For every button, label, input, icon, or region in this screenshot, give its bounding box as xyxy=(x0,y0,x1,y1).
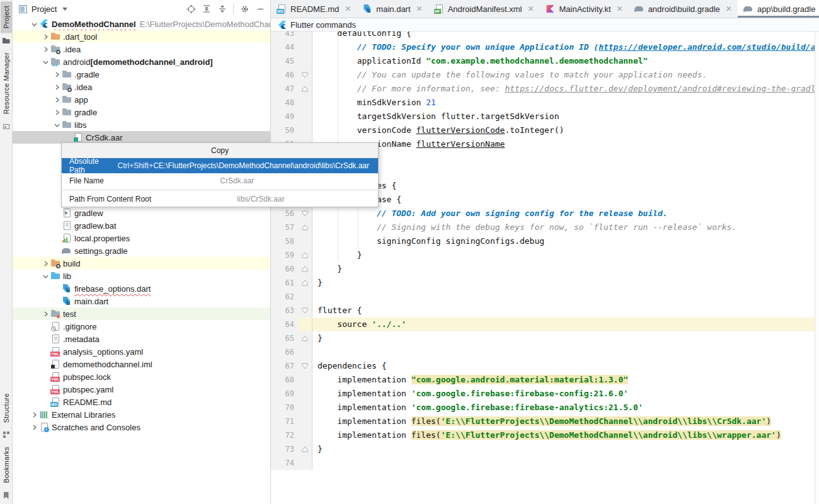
code-line-72[interactable]: 72 implementation files('E:\\FlutterProj… xyxy=(271,428,819,442)
expand-all-icon[interactable] xyxy=(202,4,212,14)
tab-mainactivity.kt[interactable]: MainActivity.kt✕ xyxy=(539,0,628,18)
code-line-45[interactable]: 45 applicationId "com.example.methodchan… xyxy=(271,54,819,68)
code-line-64[interactable]: 64 source '../..' xyxy=(271,318,819,331)
stripe-tab-project[interactable]: Project xyxy=(1,1,12,33)
chevron-collapsed-icon[interactable] xyxy=(52,84,62,90)
chevron-collapsed-icon[interactable] xyxy=(40,47,50,52)
tab-androidmanifest.xml[interactable]: MFAndroidManifest.xml✕ xyxy=(428,0,540,18)
tab-app-build.gradle[interactable]: app\build.gradle✕ xyxy=(738,0,819,18)
code-line-56[interactable]: 56 // TODO: Add your own signing config … xyxy=(271,207,819,220)
chevron-collapsed-icon[interactable] xyxy=(29,412,39,418)
tree-item-libs[interactable]: libs xyxy=(13,118,270,131)
tree-item-android[interactable]: android [demomethodchannel_android] xyxy=(13,55,270,68)
code-line-70[interactable]: 70 implementation 'com.google.firebase:f… xyxy=(271,401,819,415)
tree-item-settings.gradle[interactable]: settings.gradle xyxy=(13,244,270,257)
code-line-65[interactable]: 65} xyxy=(271,331,819,345)
tree-item-external-libraries[interactable]: External Libraries xyxy=(13,408,270,421)
code-line-49[interactable]: 49 targetSdkVersion flutter.targetSdkVer… xyxy=(271,110,819,123)
tree-item-lib[interactable]: lib xyxy=(13,270,270,282)
tree-item-.idea[interactable]: .idea xyxy=(13,81,270,93)
settings-icon[interactable] xyxy=(239,4,249,14)
code-line-46[interactable]: 46 // You can update the following value… xyxy=(271,68,819,82)
chevron-collapsed-icon[interactable] xyxy=(52,97,62,103)
fold-marker-icon[interactable] xyxy=(299,304,312,318)
fold-marker-icon[interactable] xyxy=(299,82,312,96)
code-line-67[interactable]: 67dependencies { xyxy=(271,359,819,373)
tree-item-readme.md[interactable]: MDREADME.md xyxy=(13,396,270,408)
tree-item-firebase-options.dart[interactable]: firebase_options.dart xyxy=(13,282,270,295)
code-line-50[interactable]: 50 versionCode flutterVersionCode.toInte… xyxy=(271,123,819,137)
code-line-69[interactable]: 69 implementation 'com.google.firebase:f… xyxy=(271,387,819,401)
menu-item-path-from-content-root[interactable]: Path From Content Rootlibs/CrSdk.aar xyxy=(62,192,378,207)
fold-marker-icon[interactable] xyxy=(299,262,312,276)
chevron-collapsed-icon[interactable] xyxy=(40,261,50,266)
tree-item-app[interactable]: app xyxy=(13,93,270,106)
tree-item-crsdk.aar[interactable]: CrSdk.aar xyxy=(13,131,270,144)
chevron-collapsed-icon[interactable] xyxy=(29,425,39,430)
fold-marker-icon[interactable] xyxy=(299,331,312,345)
chevron-down-icon[interactable] xyxy=(62,8,67,11)
tree-item-.gitignore[interactable]: .gitignore xyxy=(13,320,270,333)
flutter-commands-bar[interactable]: Flutter commands xyxy=(271,18,819,32)
tree-item-pubspec.yaml[interactable]: YMLpubspec.yaml xyxy=(13,383,270,396)
chevron-collapsed-icon[interactable] xyxy=(52,72,62,77)
code-line-68[interactable]: 68 implementation "com.google.android.ma… xyxy=(271,373,819,387)
bookmarks-icon[interactable] xyxy=(2,491,11,500)
fold-marker-icon[interactable] xyxy=(299,248,312,262)
code-line-66[interactable]: 66 xyxy=(271,345,819,359)
code-line-48[interactable]: 48 minSdkVersion 21 xyxy=(271,96,819,110)
collapse-all-icon[interactable] xyxy=(217,4,227,14)
code-line-57[interactable]: 57 // Signing with the debug keys for no… xyxy=(271,220,819,234)
project-panel-title[interactable]: Project xyxy=(32,4,57,14)
chevron-collapsed-icon[interactable] xyxy=(40,34,50,40)
code-line-43[interactable]: 43 defaultConfig { xyxy=(271,32,819,40)
code-editor[interactable]: 43 defaultConfig {44 // TODO: Specify yo… xyxy=(271,32,819,504)
menu-item-file-name[interactable]: File NameCrSdk.aar xyxy=(62,173,378,188)
code-line-62[interactable]: 62 xyxy=(271,290,819,304)
tree-item-gradlew.bat[interactable]: gradlew.bat xyxy=(13,219,270,232)
fold-marker-icon[interactable] xyxy=(299,68,312,82)
chevron-collapsed-icon[interactable] xyxy=(40,311,50,317)
code-line-63[interactable]: 63flutter { xyxy=(271,304,819,318)
stripe-tab-bookmarks[interactable]: Bookmarks xyxy=(1,442,12,488)
editor-scrollbar-track[interactable] xyxy=(815,32,819,504)
fold-marker-icon[interactable] xyxy=(299,359,312,373)
fold-marker-icon[interactable] xyxy=(299,220,312,234)
tree-item-build[interactable]: build xyxy=(13,257,270,270)
tab-readme.md[interactable]: MDREADME.md✕ xyxy=(271,0,357,18)
tree-item-local.properties[interactable]: local.properties xyxy=(13,232,270,244)
code-line-73[interactable]: 73} xyxy=(271,442,819,456)
close-tab-icon[interactable]: ✕ xyxy=(527,4,534,13)
tree-item-demomethodchannel.iml[interactable]: demomethodchannel.iml xyxy=(13,358,270,370)
stripe-tab-structure[interactable]: Structure xyxy=(1,389,12,427)
fold-marker-icon[interactable] xyxy=(299,442,312,456)
fold-marker-icon[interactable] xyxy=(299,207,312,220)
fold-marker-icon[interactable] xyxy=(299,276,312,290)
tree-item-demomethodchannel[interactable]: DemoMethodChannelE:\FlutterProjects\Demo… xyxy=(13,18,270,30)
tree-item-gradlew[interactable]: gradlew xyxy=(13,207,270,219)
folder-tool-icon[interactable] xyxy=(2,36,11,45)
code-line-47[interactable]: 47 // For more information, see: https:/… xyxy=(271,82,819,96)
tree-item-test[interactable]: test xyxy=(13,307,270,320)
code-line-58[interactable]: 58 signingConfig signingConfigs.debug xyxy=(271,234,819,248)
tree-item-.dart-tool[interactable]: .dart_tool xyxy=(13,30,270,43)
chevron-collapsed-icon[interactable] xyxy=(52,110,62,115)
close-tab-icon[interactable]: ✕ xyxy=(416,4,423,13)
chevron-expanded-icon[interactable] xyxy=(40,273,50,279)
tree-item-pubspec.lock[interactable]: YMLpubspec.lock xyxy=(13,370,270,383)
tree-item-scratches-and-consoles[interactable]: Scratches and Consoles xyxy=(13,421,270,433)
code-line-74[interactable]: 74 xyxy=(271,456,819,470)
code-line-59[interactable]: 59 } xyxy=(271,248,819,262)
tree-item-main.dart[interactable]: main.dart xyxy=(13,295,270,307)
code-line-44[interactable]: 44 // TODO: Specify your own unique Appl… xyxy=(271,40,819,54)
chevron-expanded-icon[interactable] xyxy=(52,122,62,128)
close-tab-icon[interactable]: ✕ xyxy=(617,4,623,13)
tab-main.dart[interactable]: main.dart✕ xyxy=(357,0,428,18)
code-line-61[interactable]: 61} xyxy=(271,276,819,290)
code-line-60[interactable]: 60 } xyxy=(271,262,819,276)
locate-icon[interactable] xyxy=(186,4,196,14)
resource-manager-icon[interactable] xyxy=(2,122,11,131)
stripe-tab-resource-manager[interactable]: Resource Manager xyxy=(1,48,12,118)
close-tab-icon[interactable]: ✕ xyxy=(726,4,732,13)
structure-icon[interactable] xyxy=(2,430,11,439)
